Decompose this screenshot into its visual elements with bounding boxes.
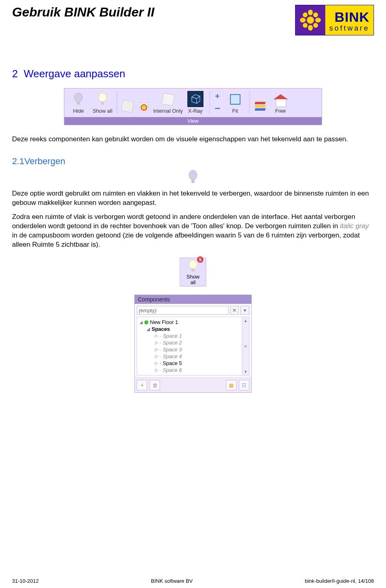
list-view-button[interactable]: ☷: [239, 380, 249, 390]
chevron-down-icon: ▾: [244, 307, 246, 313]
tree-scrollbar[interactable]: ▴ ≡ ▾: [242, 317, 249, 375]
green-dot-icon: [144, 320, 148, 324]
lightbulb-on-icon: [188, 260, 198, 273]
svg-point-9: [74, 93, 82, 102]
svg-rect-10: [77, 101, 80, 105]
inline-bulb-figure: [12, 170, 374, 184]
ribbon-cube-button-1[interactable]: [119, 99, 136, 114]
hidden-count-badge: 5: [197, 256, 203, 263]
components-panel-title: Components: [135, 295, 251, 304]
grid-icon: ▦: [229, 382, 234, 388]
expand-icon: ▷: [155, 347, 158, 352]
fit-selection-icon: [230, 94, 240, 105]
tree-item-space-5[interactable]: ▷ · Space 5: [138, 360, 248, 367]
cube-ghost-icon: [121, 100, 134, 113]
svg-point-1: [308, 10, 313, 15]
components-panel-figure: Components ✕ ▾ ◢ New Floor 1 ◢ Spaces: [12, 295, 374, 393]
plus-icon: +: [215, 92, 220, 101]
tree-group-spaces[interactable]: ◢ Spaces: [138, 326, 248, 332]
collapse-icon: ◢: [147, 327, 150, 331]
expand-icon: ▷: [155, 354, 158, 359]
delete-component-button[interactable]: 🗑: [150, 380, 160, 390]
subsection-p2: Zodra een ruimte of vlak is verborgen wo…: [12, 213, 374, 250]
collapse-icon: ◢: [140, 320, 143, 324]
scroll-down-icon: ▾: [244, 369, 247, 374]
separator: [117, 91, 117, 114]
svg-point-11: [99, 93, 107, 102]
ribbon-zoom-out-button[interactable]: −: [212, 103, 223, 114]
show-all-button-figure: 5 Showall: [12, 258, 374, 287]
lightbulb-on-icon: [95, 92, 110, 107]
tree-item-space-1[interactable]: ▷ · Space 1: [138, 332, 248, 339]
ribbon-show-all-button[interactable]: Show all: [91, 92, 114, 114]
add-component-button[interactable]: ＋: [137, 380, 147, 390]
close-icon: ✕: [232, 307, 236, 313]
ribbon-fit-button[interactable]: Fit: [224, 92, 247, 114]
flag-red-icon: [255, 102, 266, 104]
view-ribbon-figure: Hide Show all: [12, 88, 374, 125]
components-filter-input[interactable]: [137, 306, 228, 315]
section-heading: 2 Weergave aanpassen: [12, 68, 374, 80]
scroll-mark-icon: ≡: [244, 344, 246, 349]
tree-item-space-4[interactable]: ▷ · Space 4: [138, 353, 248, 360]
svg-point-7: [303, 23, 308, 28]
ribbon-cube-button-2[interactable]: [136, 99, 152, 114]
clear-filter-button[interactable]: ✕: [230, 306, 239, 315]
components-panel-footer: ＋ 🗑 ▦ ☷: [135, 378, 251, 392]
expand-icon: ▷: [155, 361, 158, 365]
section-intro: Deze reeks componenten kan gebruikt word…: [12, 135, 374, 144]
ribbon-flags-button[interactable]: [252, 99, 268, 114]
svg-point-3: [300, 18, 306, 23]
tree-root-floor[interactable]: ◢ New Floor 1: [138, 319, 248, 326]
filter-dropdown-button[interactable]: ▾: [240, 306, 249, 315]
flag-blue-icon: [255, 108, 266, 111]
list-icon: ☷: [242, 382, 246, 388]
show-all-button[interactable]: 5 Showall: [180, 258, 206, 287]
ribbon-free-button[interactable]: Free: [269, 94, 292, 114]
flag-yellow-icon: [255, 105, 266, 107]
svg-rect-16: [191, 179, 195, 183]
bink-logo: BINK software: [295, 5, 374, 35]
add-icon: ＋: [140, 382, 145, 389]
svg-point-14: [141, 105, 147, 110]
tree-item-space-6[interactable]: ▷ · Space 6: [138, 367, 248, 373]
ribbon-xray-button[interactable]: X-Ray: [184, 91, 207, 114]
tree-item-space-3[interactable]: ▷ · Space 3: [138, 346, 248, 353]
expand-icon: ▷: [155, 340, 158, 345]
svg-point-2: [308, 25, 313, 31]
svg-point-8: [313, 23, 318, 28]
components-panel: Components ✕ ▾ ◢ New Floor 1 ◢ Spaces: [134, 295, 252, 393]
tree-item-space-2[interactable]: ▷ · Space 2: [138, 339, 248, 346]
ribbon-group-title: View: [64, 117, 322, 125]
subsection-p1: Deze optie wordt gebruikt om ruimten en …: [12, 189, 374, 208]
footer-page: bink-builderII-guide-nl, 14/108: [305, 578, 374, 584]
svg-point-0: [307, 17, 314, 24]
cube-ghost-icon: [162, 93, 175, 106]
grid-view-button[interactable]: ▦: [226, 380, 236, 390]
document-footer: 31-10-2012 BINK software BV bink-builder…: [12, 578, 374, 584]
svg-point-17: [189, 260, 197, 269]
ribbon-hide-button[interactable]: Hide: [67, 92, 90, 114]
expand-icon: ▷: [155, 368, 158, 372]
subsection-heading: 2.1Verbergen: [12, 156, 374, 167]
globe-cube-icon: [138, 100, 150, 112]
footer-date: 31-10-2012: [12, 578, 39, 584]
xray-cube-icon: [187, 91, 203, 107]
ribbon-zoom-in-button[interactable]: +: [212, 92, 223, 101]
ribbon-internal-only-button[interactable]: Internal Only: [153, 92, 183, 114]
components-tree: ◢ New Floor 1 ◢ Spaces ▷ · Space 1 ▷ · S…: [137, 317, 249, 375]
house-icon: [273, 94, 288, 107]
logo-brand-text: BINK: [335, 10, 370, 24]
trash-icon: 🗑: [152, 382, 158, 388]
logo-sub-text: software: [329, 25, 370, 32]
footer-company: BINK software BV: [151, 578, 193, 584]
svg-point-6: [313, 12, 318, 17]
italic-gray-text: italic gray: [340, 222, 369, 230]
svg-point-15: [189, 170, 197, 180]
svg-point-4: [315, 18, 321, 23]
svg-point-5: [303, 12, 308, 17]
lightbulb-off-icon: [188, 170, 198, 184]
sun-icon: [296, 5, 325, 35]
svg-rect-18: [191, 268, 195, 272]
minus-icon: −: [215, 103, 220, 114]
